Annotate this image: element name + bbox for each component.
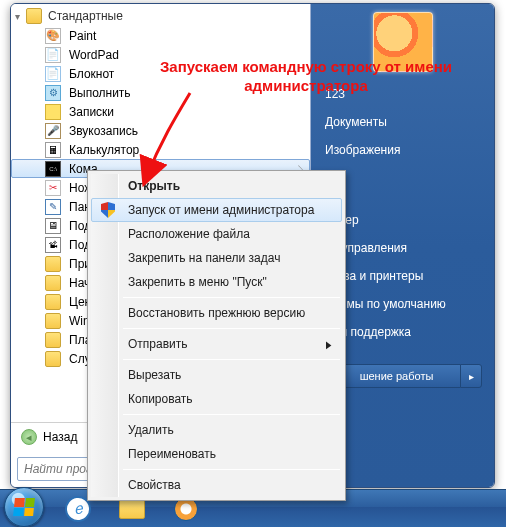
paint-icon	[45, 28, 61, 44]
user-avatar-wrap	[311, 10, 494, 80]
context-menu-item-11[interactable]: Копировать	[91, 387, 342, 411]
context-menu-item-8[interactable]: Отправить▶	[91, 332, 342, 356]
user-avatar[interactable]	[373, 12, 433, 72]
context-menu-separator	[123, 414, 340, 415]
context-menu-item-label: Переименовать	[128, 447, 216, 461]
context-menu-item-label: Закрепить в меню "Пуск"	[128, 275, 267, 289]
all-programs-label: Назад	[43, 430, 77, 444]
context-menu-item-4[interactable]: Закрепить в меню "Пуск"	[91, 270, 342, 294]
context-menu-item-label: Расположение файла	[128, 227, 250, 241]
context-menu-item-label: Удалить	[128, 423, 174, 437]
program-item-label: Paint	[69, 29, 96, 43]
sticky-icon	[45, 104, 61, 120]
run-icon	[45, 85, 61, 101]
chevron-down-icon: ▾	[15, 11, 20, 22]
context-menu: ОткрытьЗапуск от имени администратораРас…	[87, 170, 346, 501]
program-item-6[interactable]: Калькулятор	[11, 140, 310, 159]
program-item-3[interactable]: Выполнить	[11, 83, 310, 102]
context-menu-separator	[123, 328, 340, 329]
context-menu-item-1[interactable]: Запуск от имени администратора	[91, 198, 342, 222]
context-menu-item-label: Запуск от имени администратора	[128, 203, 314, 217]
context-menu-item-label: Вырезать	[128, 368, 181, 382]
program-item-0[interactable]: Paint	[11, 26, 310, 45]
shutdown-row: шение работы ▸	[332, 364, 482, 388]
right-item-pictures[interactable]: Изображения	[311, 136, 494, 164]
program-item-label: Выполнить	[69, 86, 131, 100]
context-menu-item-10[interactable]: Вырезать	[91, 363, 342, 387]
context-menu-item-label: Копировать	[128, 392, 193, 406]
folder-icon	[45, 294, 61, 310]
notepad-icon	[45, 66, 61, 82]
right-item-documents[interactable]: Документы	[311, 108, 494, 136]
context-menu-item-0[interactable]: Открыть	[91, 174, 342, 198]
folder-icon	[45, 275, 61, 291]
shutdown-more-button[interactable]: ▸	[460, 364, 482, 388]
folder-icon	[26, 8, 42, 24]
context-menu-item-6[interactable]: Восстановить прежнюю версию	[91, 301, 342, 325]
context-menu-item-16[interactable]: Свойства	[91, 473, 342, 497]
context-menu-item-label: Свойства	[128, 478, 181, 492]
program-item-1[interactable]: WordPad	[11, 45, 310, 64]
start-button[interactable]	[4, 487, 44, 527]
context-menu-item-3[interactable]: Закрепить на панели задач	[91, 246, 342, 270]
context-menu-item-label: Восстановить прежнюю версию	[128, 306, 305, 320]
context-menu-item-label: Закрепить на панели задач	[128, 251, 280, 265]
folder-icon	[45, 313, 61, 329]
folder-icon	[45, 256, 61, 272]
context-menu-item-2[interactable]: Расположение файла	[91, 222, 342, 246]
tablet-icon	[45, 199, 61, 215]
cmd-icon	[45, 161, 61, 177]
program-list-header-label: Стандартные	[48, 9, 123, 23]
program-list-header[interactable]: ▾ Стандартные	[11, 6, 310, 26]
program-item-label: Калькулятор	[69, 143, 139, 157]
sound-icon	[45, 123, 61, 139]
program-item-2[interactable]: Блокнот	[11, 64, 310, 83]
context-menu-separator	[123, 469, 340, 470]
context-menu-item-13[interactable]: Удалить	[91, 418, 342, 442]
scissors-icon	[45, 180, 61, 196]
program-item-label: Блокнот	[69, 67, 114, 81]
rdp-icon	[45, 218, 61, 234]
context-menu-item-label: Отправить	[128, 337, 188, 351]
context-menu-separator	[123, 359, 340, 360]
program-item-label: Записки	[69, 105, 114, 119]
proj-icon	[45, 237, 61, 253]
program-item-5[interactable]: Звукозапись	[11, 121, 310, 140]
program-item-label: Звукозапись	[69, 124, 138, 138]
wordpad-icon	[45, 47, 61, 63]
right-item-user[interactable]: 123	[311, 80, 494, 108]
context-menu-item-label: Открыть	[128, 179, 180, 193]
windows-logo-icon	[13, 498, 35, 516]
folder-icon	[45, 351, 61, 367]
context-menu-item-14[interactable]: Переименовать	[91, 442, 342, 466]
program-item-label: WordPad	[69, 48, 119, 62]
calc-icon	[45, 142, 61, 158]
context-menu-separator	[123, 297, 340, 298]
chevron-right-icon: ▶	[326, 339, 332, 350]
program-item-4[interactable]: Записки	[11, 102, 310, 121]
uac-shield-icon	[101, 202, 115, 218]
shutdown-button[interactable]: шение работы	[332, 364, 460, 388]
folder-icon	[45, 332, 61, 348]
